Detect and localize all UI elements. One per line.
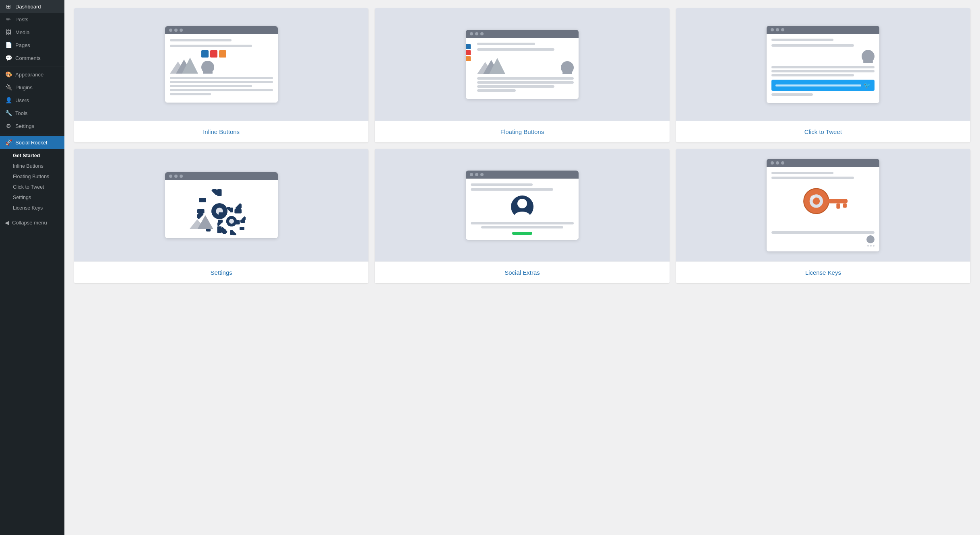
submenu-get-started[interactable]: Get Started [0,149,64,161]
browser-mock-tweet: 🐦 [767,26,879,103]
submenu-license-keys[interactable]: License Keys [0,203,64,213]
svg-rect-36 [223,229,226,234]
card-social-extras[interactable]: Social Extras [375,149,669,283]
browser-body-settings [165,180,278,238]
svg-point-10 [865,52,871,58]
browser-body-social-extras [466,179,579,240]
svg-point-9 [562,70,572,74]
collapse-menu[interactable]: ◀ Collapse menu [0,216,64,229]
float-avatar [561,61,574,74]
dashboard-icon: ⊞ [5,3,12,10]
btn-reddit [219,50,226,58]
svg-rect-23 [199,198,206,202]
card-click-to-tweet[interactable]: 🐦 Click to Tweet [676,8,970,142]
dot2 [174,29,178,32]
main-content: Inline Buttons [64,0,980,535]
rocket-icon: 🚀 [5,139,12,146]
submenu-floating-buttons[interactable]: Floating Buttons [0,171,64,182]
dot2 [475,173,478,176]
sidebar-item-plugins[interactable]: 🔌 Plugins [0,81,64,94]
gears-area [189,185,254,233]
sidebar-item-posts[interactable]: ✏ Posts [0,13,64,26]
browser-mock-social-extras [466,171,579,240]
sidebar-item-dashboard[interactable]: ⊞ Dashboard [0,0,64,13]
browser-mock-license [767,159,879,251]
browser-mock-floating [466,30,579,99]
svg-point-11 [863,59,873,63]
browser-bar-license [767,159,879,167]
key-svg [795,185,851,226]
users-icon: 👤 [5,97,12,103]
card-preview-tweet: 🐦 [676,8,970,121]
card-settings[interactable]: Settings [74,149,368,283]
dot-c [873,245,875,247]
svg-rect-50 [837,203,840,208]
license-dots [771,245,875,247]
float-btn-3 [466,56,471,61]
sidebar-item-users[interactable]: 👤 Users [0,94,64,107]
tweet-avatar-row [771,50,875,63]
sidebar-item-media[interactable]: 🖼 Media [0,26,64,39]
dot3 [180,29,183,32]
svg-point-41 [229,219,234,224]
browser-bar-social-extras [466,171,579,179]
svg-point-3 [205,63,211,68]
dot2 [475,32,478,35]
floating-side-buttons [466,44,471,61]
floating-content [471,43,574,92]
submenu-settings[interactable]: Settings [0,192,64,203]
card-label-license-keys[interactable]: License Keys [676,261,970,283]
dot3 [480,32,484,35]
svg-point-4 [203,70,213,74]
sidebar-label-comments: Comments [15,55,41,61]
sidebar-divider-2 [0,134,64,134]
submenu-inline-buttons[interactable]: Inline Buttons [0,161,64,171]
inline-image-row [170,50,273,74]
license-avatar [866,235,875,243]
browser-body-license [767,167,879,251]
card-label-floating-buttons[interactable]: Floating Buttons [375,121,669,142]
sidebar-divider-1 [0,66,64,66]
sidebar-label-pages: Pages [15,42,30,48]
media-icon: 🖼 [5,29,12,35]
cards-grid: Inline Buttons [74,8,970,283]
sidebar-label-social-rocket: Social Rocket [15,140,47,146]
sidebar-item-tools[interactable]: 🔧 Tools [0,107,64,119]
tweet-avatar [862,50,875,63]
browser-mock-inline [165,26,278,103]
card-label-click-to-tweet[interactable]: Click to Tweet [676,121,970,142]
dot1 [169,175,172,178]
browser-body-inline [165,34,278,103]
sidebar-label-settings: Settings [15,123,34,129]
twitter-bird-icon: 🐦 [864,82,870,88]
float-image-row [477,54,574,74]
tools-icon: 🔧 [5,110,12,116]
card-label-settings[interactable]: Settings [74,261,368,283]
card-label-social-extras[interactable]: Social Extras [375,261,669,283]
inline-social-btns [201,50,273,58]
card-license-keys[interactable]: License Keys [676,149,970,283]
svg-rect-51 [843,203,847,208]
card-label-inline-buttons[interactable]: Inline Buttons [74,121,368,142]
browser-bar-floating [466,30,579,38]
sidebar-item-pages[interactable]: 📄 Pages [0,39,64,51]
float-btn-2 [466,50,471,55]
browser-mock-settings [165,172,278,238]
card-preview-inline [74,8,368,121]
sidebar-item-appearance[interactable]: 🎨 Appearance [0,68,64,81]
card-preview-settings [74,149,368,261]
sidebar-item-social-rocket[interactable]: 🚀 Social Rocket [0,136,64,149]
sidebar-item-settings[interactable]: ⚙ Settings [0,119,64,132]
key-icon-area [771,181,875,231]
dot3 [781,28,784,31]
sidebar-item-comments[interactable]: 💬 Comments [0,51,64,64]
sidebar-label-posts: Posts [15,16,29,23]
inline-avatar [201,61,214,74]
card-floating-buttons[interactable]: Floating Buttons [375,8,669,142]
card-inline-buttons[interactable]: Inline Buttons [74,8,368,142]
posts-icon: ✏ [5,16,12,23]
sidebar-label-plugins: Plugins [15,84,33,91]
license-avatar-row [771,235,875,243]
submenu-click-to-tweet[interactable]: Click to Tweet [0,182,64,192]
collapse-icon: ◀ [5,220,9,226]
